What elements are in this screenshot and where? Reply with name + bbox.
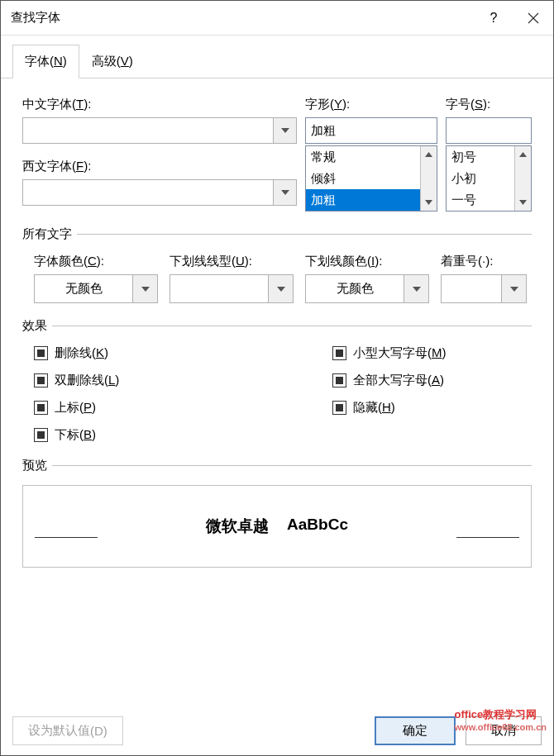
- svg-marker-3: [281, 190, 289, 195]
- emphasis-combo[interactable]: [441, 274, 527, 303]
- scroll-down-icon[interactable]: [515, 194, 531, 211]
- smallcaps-checkbox[interactable]: 小型大写字母(M): [332, 345, 532, 361]
- svg-marker-5: [425, 200, 432, 205]
- size-input-box[interactable]: [446, 117, 532, 144]
- preview-label: 预览: [22, 458, 532, 473]
- dialog-body: 中文字体(T): 西文字体(F):: [1, 78, 553, 709]
- cn-font-drop[interactable]: [273, 118, 296, 143]
- size-label: 字号(S):: [446, 97, 532, 112]
- allcaps-checkbox[interactable]: 全部大写字母(A): [332, 373, 532, 388]
- svg-marker-2: [281, 128, 289, 133]
- set-default-button[interactable]: 设为默认值(D): [12, 716, 123, 745]
- preview-sample: 微软卓越 AaBbCc: [206, 516, 348, 537]
- effects-group: 效果 删除线(K) 双删除线(L) 上标(P): [22, 318, 532, 443]
- titlebar: 查找字体 ?: [1, 1, 553, 36]
- preview-group: 预览 微软卓越 AaBbCc: [22, 458, 532, 568]
- size-option-1[interactable]: 小初: [447, 168, 514, 189]
- tab-advanced[interactable]: 高级(V): [79, 45, 146, 78]
- font-style-col: 字形(Y): 常规 倾斜 加粗: [305, 97, 437, 212]
- size-option-2[interactable]: 一号: [447, 189, 514, 211]
- chevron-down-icon: [277, 287, 285, 292]
- scroll-up-icon[interactable]: [421, 146, 437, 163]
- close-button[interactable]: [513, 2, 553, 34]
- chevron-down-icon: [141, 287, 150, 292]
- help-button[interactable]: ?: [474, 2, 513, 34]
- underline-style-label: 下划线线型(U):: [170, 254, 294, 269]
- checkbox-icon: [332, 346, 346, 360]
- style-input-box[interactable]: [305, 117, 437, 144]
- west-font-combo[interactable]: [22, 179, 297, 206]
- font-color-label: 字体颜色(C):: [34, 254, 158, 269]
- super-checkbox[interactable]: 上标(P): [34, 400, 233, 416]
- checkbox-icon: [332, 401, 346, 415]
- all-text-label: 所有文字: [22, 226, 532, 242]
- svg-marker-10: [413, 287, 421, 292]
- scroll-up-icon[interactable]: [515, 146, 531, 163]
- ok-button[interactable]: 确定: [375, 716, 456, 745]
- checkbox-icon: [34, 346, 48, 360]
- preview-box: 微软卓越 AaBbCc: [22, 485, 532, 568]
- underline-color-label: 下划线颜色(I):: [305, 254, 429, 269]
- chevron-down-icon: [281, 190, 289, 195]
- find-font-dialog: 查找字体 ? 字体(N) 高级(V) 中文字体(T):: [0, 0, 554, 756]
- cn-font-label: 中文字体(T):: [22, 97, 297, 112]
- chevron-down-icon: [281, 128, 289, 133]
- svg-marker-6: [519, 152, 527, 157]
- tab-strip: 字体(N) 高级(V): [1, 36, 553, 78]
- checkbox-icon: [34, 428, 48, 442]
- tab-font[interactable]: 字体(N): [12, 45, 79, 78]
- chevron-down-icon: [510, 287, 518, 292]
- svg-marker-8: [141, 287, 150, 292]
- sub-checkbox[interactable]: 下标(B): [34, 427, 233, 443]
- size-input[interactable]: [447, 118, 554, 143]
- checkbox-icon: [34, 401, 48, 415]
- checkbox-icon: [332, 373, 346, 388]
- style-option-bold[interactable]: 加粗: [306, 189, 420, 211]
- size-scrollbar[interactable]: [514, 146, 531, 211]
- hidden-checkbox[interactable]: 隐藏(H): [332, 400, 532, 416]
- svg-marker-7: [519, 200, 527, 205]
- underline-style-combo[interactable]: [170, 274, 294, 303]
- emphasis-label: 着重号(·):: [441, 254, 527, 269]
- west-font-drop[interactable]: [273, 180, 296, 205]
- style-option-regular[interactable]: 常规: [306, 146, 420, 168]
- svg-marker-4: [425, 152, 432, 157]
- svg-marker-9: [277, 287, 285, 292]
- size-option-0[interactable]: 初号: [447, 146, 514, 168]
- style-option-italic[interactable]: 倾斜: [306, 168, 420, 189]
- all-text-group: 所有文字 字体颜色(C): 无颜色 下划线线型(U):: [22, 226, 532, 303]
- effects-label: 效果: [22, 318, 532, 334]
- west-font-input[interactable]: [23, 180, 273, 205]
- strike-checkbox[interactable]: 删除线(K): [34, 345, 233, 361]
- dstrike-checkbox[interactable]: 双删除线(L): [34, 373, 233, 388]
- watermark: office教程学习网 www.office68.com.cn: [455, 707, 547, 732]
- svg-marker-11: [510, 287, 518, 292]
- chevron-down-icon: [413, 287, 421, 292]
- dialog-title: 查找字体: [11, 10, 474, 26]
- cn-font-input[interactable]: [23, 118, 273, 143]
- font-family-col: 中文字体(T): 西文字体(F):: [22, 97, 297, 212]
- scroll-down-icon[interactable]: [421, 194, 437, 211]
- style-listbox[interactable]: 常规 倾斜 加粗: [305, 145, 437, 212]
- font-size-col: 字号(S): 初号 小初 一号: [446, 97, 532, 212]
- cn-font-combo[interactable]: [22, 117, 297, 144]
- style-label: 字形(Y):: [305, 97, 437, 112]
- underline-color-drop[interactable]: [404, 275, 428, 302]
- underline-style-drop[interactable]: [268, 275, 293, 302]
- font-top-row: 中文字体(T): 西文字体(F):: [22, 97, 532, 212]
- underline-color-combo[interactable]: 无颜色: [305, 274, 429, 303]
- size-listbox[interactable]: 初号 小初 一号: [446, 145, 532, 212]
- checkbox-icon: [34, 373, 48, 388]
- west-font-label: 西文字体(F):: [22, 159, 297, 174]
- style-scrollbar[interactable]: [420, 146, 437, 211]
- font-color-combo[interactable]: 无颜色: [34, 274, 158, 303]
- emphasis-drop[interactable]: [501, 275, 526, 302]
- close-icon: [528, 12, 539, 24]
- font-color-drop[interactable]: [132, 275, 157, 302]
